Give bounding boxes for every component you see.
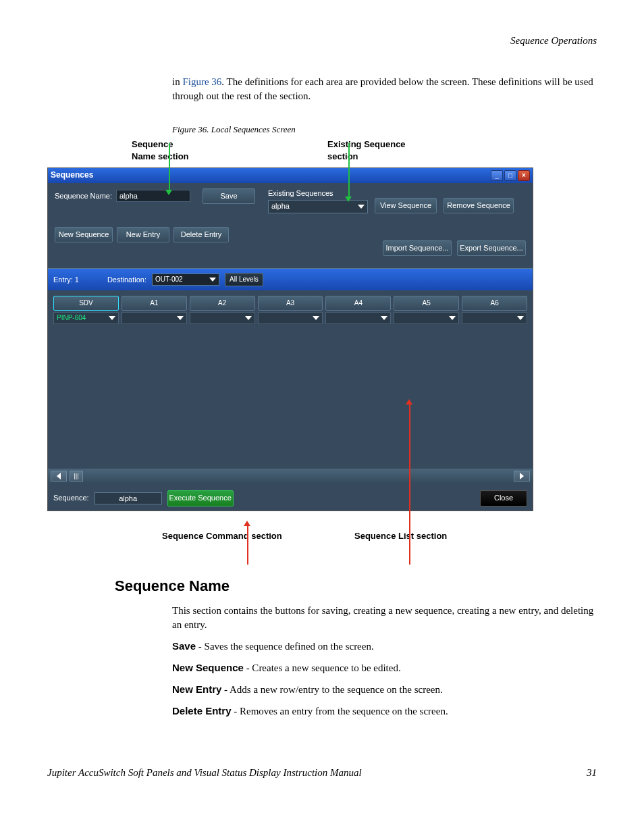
bottom-sequence-field: alpha [95, 492, 162, 504]
maximize-icon[interactable]: □ [504, 170, 516, 181]
sequence-list-area [48, 327, 533, 469]
bottom-sequence-label: Sequence: [53, 493, 89, 503]
remove-sequence-button[interactable]: Remove Sequence [444, 198, 514, 213]
delete-entry-button[interactable]: Delete Entry [173, 227, 229, 242]
bottom-callouts: Sequence Command section Sequence List s… [162, 530, 597, 542]
scroll-thumb[interactable]: ||| [70, 471, 83, 481]
scroll-right-button[interactable] [514, 471, 530, 481]
level-dropdown[interactable]: PINP-604 [53, 312, 119, 324]
triangle-right-icon [520, 473, 524, 479]
level-header[interactable]: A6 [462, 296, 527, 311]
callout-list-section: Sequence List section [354, 530, 447, 542]
window-title: Sequences [51, 170, 93, 181]
scroll-left-button[interactable] [51, 471, 67, 481]
sequence-name-input[interactable] [116, 190, 190, 202]
top-callouts: Sequence Name section Existing Sequence … [132, 138, 597, 163]
figure-reference-link[interactable]: Figure 36 [182, 76, 221, 87]
destination-label: Destination: [107, 275, 146, 285]
triangle-left-icon [57, 473, 61, 479]
existing-sequences-label: Existing Sequences [268, 188, 368, 199]
existing-sequences-dropdown[interactable]: alpha [268, 200, 368, 213]
level-header[interactable]: SDV [53, 296, 119, 311]
definition-delete-entry: Delete Entry - Removes an entry from the… [172, 704, 597, 719]
definition-new-entry: New Entry - Adds a new row/entry to the … [172, 682, 597, 697]
callout-command-section: Sequence Command section [162, 530, 354, 542]
level-dropdown[interactable] [190, 312, 255, 324]
import-sequence-button[interactable]: Import Sequence... [383, 240, 452, 256]
chapter-header: Sequence Operations [47, 34, 597, 48]
chevron-down-icon [381, 316, 387, 320]
chevron-down-icon [358, 205, 365, 209]
chevron-down-icon [109, 316, 115, 320]
level-header[interactable]: A1 [122, 296, 187, 311]
level-header[interactable]: A2 [190, 296, 255, 311]
minimize-icon[interactable]: _ [491, 170, 503, 181]
new-sequence-button[interactable]: New Sequence [55, 227, 113, 242]
view-sequence-button[interactable]: View Sequence [375, 198, 437, 213]
callout-existing-1: Existing Sequence [327, 138, 406, 151]
level-dropdown[interactable] [394, 312, 459, 324]
sequence-name-label: Sequence Name: [55, 191, 112, 201]
footer-title: Jupiter AccuSwitch Soft Panels and Visua… [47, 766, 587, 780]
callout-sequence-name-2: Name section [132, 151, 327, 163]
chevron-down-icon [517, 316, 524, 320]
sequences-window: Sequences _ □ × Sequence Name: Save New … [47, 167, 533, 511]
callout-existing-2: section [327, 151, 406, 163]
chevron-down-icon [177, 316, 184, 320]
definition-new-sequence: New Sequence - Creates a new sequence to… [172, 660, 597, 675]
intro-rest: . The definitions for each area are prov… [172, 76, 593, 101]
horizontal-scrollbar[interactable]: ||| [48, 469, 533, 484]
close-icon[interactable]: × [518, 170, 530, 181]
destination-dropdown[interactable]: OUT-002 [152, 273, 219, 286]
entry-label: Entry: 1 [53, 275, 79, 285]
level-dropdown[interactable] [462, 312, 527, 324]
level-header[interactable]: A5 [394, 296, 459, 311]
callout-sequence-name-1: Sequence [132, 138, 327, 151]
chevron-down-icon [245, 316, 252, 320]
entry-bar: Entry: 1 Destination: OUT-002 All Levels [48, 269, 533, 290]
window-titlebar: Sequences _ □ × [48, 168, 533, 183]
save-button[interactable]: Save [203, 188, 255, 204]
level-dropdown[interactable] [258, 312, 323, 324]
level-header[interactable]: A4 [325, 296, 391, 311]
figure-caption: Figure 36. Local Sequences Screen [172, 124, 597, 136]
level-dropdown[interactable] [325, 312, 391, 324]
levels-row: SDV PINP-604 A1 A2 A3 A4 A5 [48, 290, 533, 327]
page-footer: Jupiter AccuSwitch Soft Panels and Visua… [47, 766, 597, 780]
new-entry-button[interactable]: New Entry [117, 227, 169, 242]
chevron-down-icon [313, 316, 319, 320]
level-dropdown[interactable] [122, 312, 187, 324]
close-button[interactable]: Close [480, 490, 527, 506]
chevron-down-icon [209, 278, 216, 282]
chevron-down-icon [449, 316, 456, 320]
level-header[interactable]: A3 [258, 296, 323, 311]
page-number: 31 [587, 766, 597, 780]
execute-sequence-button[interactable]: Execute Sequence [167, 490, 234, 506]
intro-paragraph: in Figure 36. The definitions for each a… [172, 75, 597, 103]
destination-value: OUT-002 [155, 275, 183, 284]
screenshot-figure: Sequences _ □ × Sequence Name: Save New … [47, 167, 533, 511]
section-intro: This section contains the buttons for sa… [172, 604, 597, 632]
definition-save: Save - Saves the sequence defined on the… [172, 639, 597, 654]
export-sequence-button[interactable]: Export Sequence... [457, 240, 526, 256]
section-heading: Sequence Name [115, 576, 597, 597]
all-levels-button[interactable]: All Levels [225, 273, 263, 286]
level-value: PINP-604 [57, 313, 86, 323]
existing-sequences-value: alpha [271, 201, 290, 211]
intro-prefix: in [172, 76, 182, 87]
